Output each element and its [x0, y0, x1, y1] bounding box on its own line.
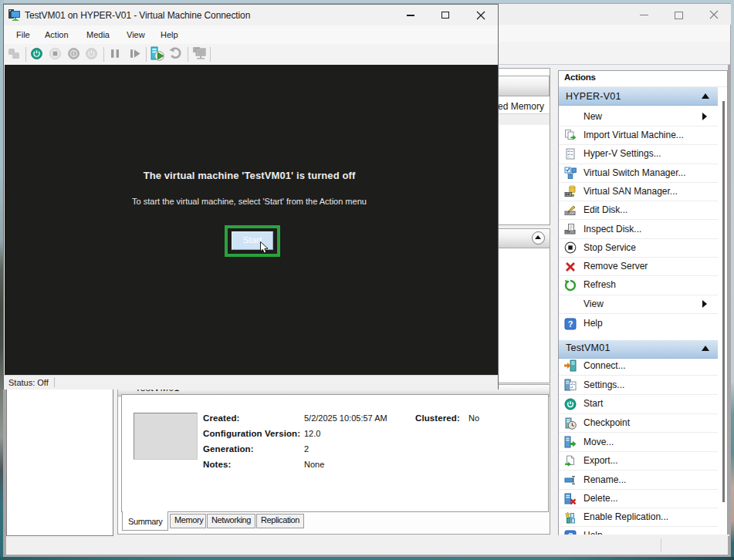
svg-text:?: ?	[568, 319, 573, 329]
